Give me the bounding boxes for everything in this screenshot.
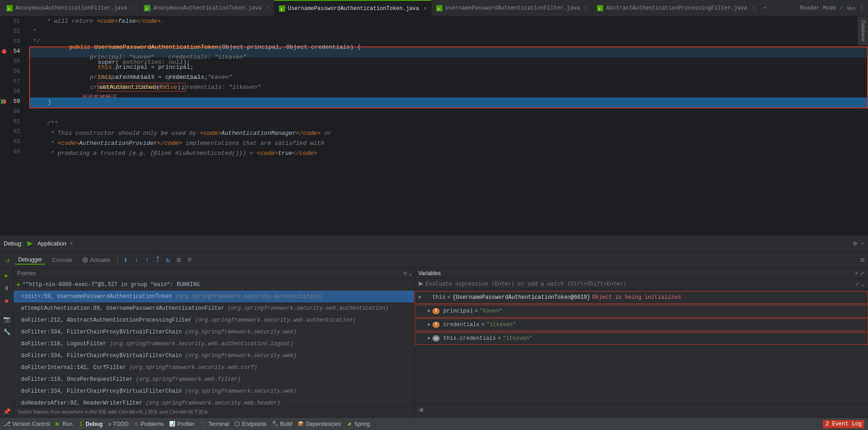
tab-bar: J AnonymousAuthenticationFilter.java × J… [0, 0, 868, 16]
run-button[interactable]: Run [55, 421, 72, 427]
frame-item-3[interactable]: doFilter:334, FilterChainProxy$VirtualFi… [14, 326, 414, 338]
database-sidebar-tab[interactable]: Database [858, 16, 868, 45]
frame-item-0[interactable]: <init>:59, UsernamePasswordAuthenticatio… [14, 291, 414, 302]
expand-icon[interactable]: ⤢ [860, 270, 864, 276]
tab-username-password-token[interactable]: J UsernamePasswordAuthenticationToken.ja… [274, 0, 432, 16]
console-tab[interactable]: Console [48, 256, 76, 264]
rerun-icon[interactable]: ↺ [4, 255, 12, 266]
pause-icon[interactable]: ⏸ [1, 283, 12, 294]
camera-icon[interactable]: 📷 [1, 314, 12, 325]
var-credentials[interactable]: ▶ f credentials = "itkaven" [415, 318, 868, 331]
frame-item-2[interactable]: doFilter:212, AbstractAuthenticationProc… [14, 314, 414, 326]
debugger-tab[interactable]: Debugger [15, 256, 46, 265]
svg-text:J: J [437, 7, 440, 11]
debug-app-close[interactable]: × [70, 241, 73, 246]
close-icon[interactable]: × [132, 5, 135, 11]
tab-anonymous-token[interactable]: J AnonymousAuthenticationToken.java × [139, 0, 274, 16]
todo-icon: ≡ [108, 421, 111, 427]
version-control-button[interactable]: ⎇ Version Control [4, 420, 50, 427]
editor-area: 51 52 53 54 55 56 57 58 59 60 61 62 63 6… [0, 16, 868, 235]
vertical-dots-icon[interactable]: ⋮ [859, 5, 864, 11]
thread-item[interactable]: ▶ *"http-nio-8080-exec-7"@5,527 in group… [14, 279, 414, 291]
breakpoints-icon[interactable]: ⊞ [175, 255, 183, 266]
mute-breakpoints-icon[interactable]: ≡ [185, 255, 194, 265]
close-icon[interactable]: × [424, 6, 427, 11]
eval-arrow-icon [418, 281, 424, 287]
code-editor[interactable]: * will return <code>false</code>. * */ p… [27, 16, 868, 235]
dependencies-button[interactable]: 📦 Dependencies [298, 421, 341, 427]
tab-label: UsernamePasswordAuthenticationToken.java [288, 5, 419, 12]
profiler-button[interactable]: 📊 Profiler [169, 421, 195, 427]
var-principal[interactable]: ▶ f principal = "kaven" [415, 305, 868, 317]
frame-name: doHeadersAfter:92, HeaderWriterFilter [21, 400, 146, 406]
evaluate-expression-input[interactable] [426, 281, 853, 287]
minimize-icon[interactable]: − [861, 240, 864, 247]
line-63: 63 [0, 137, 24, 147]
run-label: Run [62, 421, 72, 427]
problems-button[interactable]: ⚠ Problems [134, 421, 164, 427]
frame-item-9[interactable]: doHeadersAfter:92, HeaderWriterFilter (o… [14, 397, 414, 406]
frame-item-6[interactable]: doFilterInternal:141, CsrfFilter (org.sp… [14, 362, 414, 374]
step-out-icon[interactable]: ↑ [143, 255, 151, 265]
code-line-58: setAuthenticated(false); 还没有被验证 [30, 87, 867, 97]
line-62: 62 [0, 127, 24, 137]
var-this[interactable]: ▶ this = {UsernamePasswordAuthentication… [415, 291, 868, 304]
pin-icon[interactable]: 📌 [1, 406, 12, 417]
debug-app-label[interactable]: Application [37, 240, 67, 247]
step-over-icon[interactable]: ⬇ [122, 255, 130, 266]
build-button[interactable]: 🔨 Build [272, 421, 293, 427]
frame-item-8[interactable]: doFilter:334, FilterChainProxy$VirtualFi… [14, 385, 414, 397]
binoculars-icon[interactable]: 👁 [418, 407, 425, 415]
restore-layout-icon[interactable]: ⊡ [861, 256, 864, 264]
tab-anonymous-filter[interactable]: J AnonymousAuthenticationFilter.java × [2, 0, 139, 16]
frame-item-1[interactable]: attemptAuthentication:89, UsernamePasswo… [14, 302, 414, 314]
reader-mode-button[interactable]: Reader Mode [800, 5, 836, 11]
line-64: 64 [0, 147, 24, 157]
actuator-tab[interactable]: Actuator [78, 256, 114, 264]
tab-username-password-filter[interactable]: J UsernamePasswordAuthenticationFilter.j… [431, 0, 592, 16]
var-name: this [432, 293, 446, 302]
debug-panel: Debug: Application × ⚙ − ↺ Debugger Cons… [0, 235, 868, 417]
filter-icon[interactable]: ▽ [403, 270, 407, 277]
frame-item-7[interactable]: doFilter:119, OncePerRequestFilter (org.… [14, 374, 414, 385]
line-59: 59 [0, 97, 24, 107]
frame-name: <init>:59, UsernamePasswordAuthenticatio… [21, 293, 175, 300]
event-log-button[interactable]: 2 Event Log [823, 420, 864, 428]
var-value: {UsernamePasswordAuthenticationToken@661… [452, 293, 590, 302]
code-line-59: } [30, 97, 867, 108]
run-to-cursor-icon[interactable]: ⤴ [154, 255, 161, 265]
debug-button[interactable]: Debug [78, 421, 103, 427]
terminal-button[interactable]: ⬛ Terminal [200, 421, 229, 427]
more-tabs-button[interactable]: ⋯ [760, 5, 770, 11]
code-line-60 [29, 108, 868, 118]
frame-item-4[interactable]: doFilter:116, LogoutFilter (org.springfr… [14, 338, 414, 350]
resume-icon[interactable]: ▶ [1, 270, 12, 281]
frame-name: doFilter:334, FilterChainProxy$VirtualFi… [21, 388, 185, 394]
wrench-icon[interactable]: 🔧 [1, 327, 12, 338]
checkmark-icon: ✓ [840, 5, 843, 11]
add-watch-icon[interactable]: + [855, 270, 858, 276]
settings-icon[interactable]: ⚙ [853, 240, 857, 247]
close-icon[interactable]: × [752, 5, 755, 11]
frame-item-5[interactable]: doFilter:334, FilterChainProxy$VirtualFi… [14, 350, 414, 362]
endpoints-button[interactable]: Endpoints [234, 421, 266, 427]
dropdown-arrow-icon[interactable]: ⌄ [409, 270, 412, 277]
debug-header: Debug: Application × ⚙ − [0, 235, 868, 252]
close-icon[interactable]: × [585, 5, 588, 11]
var-this-credentials[interactable]: ▶ ∞ this.credentials = "itkaven" [415, 332, 868, 345]
current-line-arrow [1, 99, 5, 104]
eval-dropdown-icon[interactable]: ⌄ [861, 281, 864, 287]
tab-abstract-filter[interactable]: J AbstractAuthenticationProcessingFilter… [592, 0, 760, 16]
spring-button[interactable]: Spring [346, 421, 370, 427]
problems-icon: ⚠ [134, 421, 139, 427]
frames-panel: Frames ▽ ⌄ ▶ *"http-nio-8080-exec-7"@5,5… [14, 268, 415, 417]
frames-filter-icons: ▽ ⌄ [403, 270, 412, 277]
eval-expand-icon[interactable]: ⤢ [855, 281, 859, 287]
frame-name: attemptAuthentication:89, UsernamePasswo… [21, 305, 228, 312]
step-into-icon[interactable]: ↓ [133, 255, 141, 265]
todo-button[interactable]: ≡ TODO [108, 421, 128, 427]
evaluate-icon[interactable]: ↻ [164, 255, 172, 266]
stop-icon[interactable]: ■ [1, 296, 12, 307]
close-icon[interactable]: × [266, 5, 269, 11]
profiler-label: Profiler [177, 421, 195, 427]
